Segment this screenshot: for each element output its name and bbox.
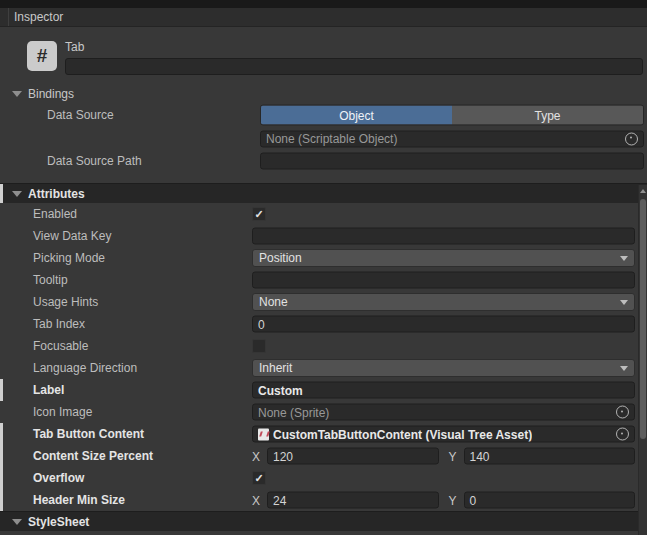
row-label: Label Custom — [0, 379, 647, 401]
row-tab-button-content: Tab Button Content CustomTabButtonConten… — [0, 423, 647, 445]
field-value: 140 — [470, 449, 490, 463]
dropdown-value: Position — [259, 251, 302, 265]
data-source-object-field[interactable]: None (Scriptable Object) — [260, 130, 644, 147]
data-source-object-value: None (Scriptable Object) — [266, 132, 397, 146]
x-axis-label: X — [252, 449, 260, 463]
attributes-section-header[interactable]: Attributes — [0, 183, 647, 203]
inspector-window: Inspector # Tab Bindings Data Source Obj… — [0, 0, 647, 535]
data-source-path-row: Data Source Path — [0, 150, 647, 172]
field-value: Custom — [258, 383, 303, 397]
data-source-row: Data Source Object Type — [0, 103, 647, 127]
object-value: None (Sprite) — [258, 405, 329, 419]
row-picking-mode: Picking Mode Position — [0, 247, 647, 269]
object-picker-icon[interactable] — [616, 406, 629, 419]
property-label: Usage Hints — [33, 295, 98, 309]
vertical-scrollbar[interactable] — [638, 185, 647, 535]
window-top-strip — [0, 0, 647, 8]
property-label: Icon Image — [33, 405, 92, 419]
scrollbar-thumb[interactable] — [640, 199, 646, 439]
attributes-section-label: Attributes — [28, 187, 85, 201]
property-label: Label — [33, 383, 64, 397]
object-value: CustomTabButtonContent (Visual Tree Asse… — [273, 427, 532, 441]
override-indicator — [0, 445, 3, 467]
field-value: 0 — [258, 317, 265, 331]
row-language-direction: Language Direction Inherit — [0, 357, 647, 379]
field-value: 120 — [273, 449, 293, 463]
property-label: Enabled — [33, 207, 77, 221]
field-value: 0 — [470, 493, 477, 507]
content-size-percent-x-input[interactable]: 120 — [267, 448, 438, 465]
object-picker-icon[interactable] — [616, 428, 629, 441]
chevron-down-icon — [620, 366, 628, 371]
scroll-up-arrow-icon[interactable] — [640, 189, 646, 193]
row-enabled: Enabled ✓ — [0, 203, 647, 225]
usage-hints-dropdown[interactable]: None — [252, 293, 635, 311]
foldout-arrow-icon — [12, 519, 22, 525]
element-name-input[interactable] — [65, 58, 643, 75]
row-tooltip: Tooltip — [0, 269, 647, 291]
override-indicator — [0, 379, 3, 401]
row-focusable: Focusable — [0, 335, 647, 357]
data-source-object-button[interactable]: Object — [261, 106, 452, 125]
header-min-size-y-input[interactable]: 0 — [464, 492, 635, 509]
property-label: Focusable — [33, 339, 88, 353]
foldout-arrow-icon — [12, 191, 22, 197]
property-label: Tab Button Content — [33, 427, 144, 441]
stylesheet-section-header[interactable]: StyleSheet — [0, 511, 647, 531]
language-direction-dropdown[interactable]: Inherit — [252, 359, 635, 377]
bindings-foldout-label: Bindings — [28, 87, 74, 101]
foldout-arrow-icon — [12, 91, 22, 97]
property-label: Language Direction — [33, 361, 137, 375]
label-input[interactable]: Custom — [252, 382, 635, 399]
hash-icon: # — [27, 41, 57, 71]
hash-glyph: # — [37, 45, 48, 67]
property-label: Tooltip — [33, 273, 68, 287]
property-label: Content Size Percent — [33, 449, 153, 463]
property-label: View Data Key — [33, 229, 112, 243]
row-overflow: Overflow ✓ — [0, 467, 647, 489]
check-icon: ✓ — [254, 473, 263, 484]
y-axis-label: Y — [449, 449, 457, 463]
tab-inspector[interactable]: Inspector — [9, 10, 63, 24]
focusable-checkbox[interactable] — [252, 339, 266, 353]
picking-mode-dropdown[interactable]: Position — [252, 249, 635, 267]
row-view-data-key: View Data Key — [0, 225, 647, 247]
override-indicator — [0, 489, 3, 511]
data-source-object-row: None (Scriptable Object) — [0, 127, 647, 150]
tab-index-input[interactable]: 0 — [252, 316, 635, 333]
object-picker-icon[interactable] — [625, 132, 638, 145]
row-tab-index: Tab Index 0 — [0, 313, 647, 335]
stylesheet-section-label: StyleSheet — [28, 515, 89, 529]
chevron-down-icon — [620, 300, 628, 305]
row-usage-hints: Usage Hints None — [0, 291, 647, 313]
view-data-key-input[interactable] — [252, 228, 635, 245]
tab-button-content-object-field[interactable]: CustomTabButtonContent (Visual Tree Asse… — [252, 426, 635, 443]
header-min-size-x-input[interactable]: 24 — [267, 492, 438, 509]
property-label: Overflow — [33, 471, 84, 485]
override-indicator — [0, 423, 3, 445]
row-content-size-percent: Content Size Percent X 120 Y 140 — [0, 445, 647, 467]
bindings-foldout[interactable]: Bindings — [0, 85, 647, 103]
icon-image-object-field[interactable]: None (Sprite) — [252, 404, 635, 421]
row-icon-image: Icon Image None (Sprite) — [0, 401, 647, 423]
data-source-type-button[interactable]: Type — [452, 106, 643, 125]
field-value: 24 — [273, 493, 286, 507]
overflow-checkbox[interactable]: ✓ — [252, 471, 266, 485]
section-gap — [0, 172, 647, 183]
visual-tree-asset-icon — [258, 428, 269, 440]
data-source-path-input[interactable] — [260, 153, 644, 170]
enabled-checkbox[interactable]: ✓ — [252, 207, 266, 221]
content-size-percent-y-input[interactable]: 140 — [464, 448, 635, 465]
y-axis-label: Y — [449, 493, 457, 507]
tooltip-input[interactable] — [252, 272, 635, 289]
chevron-down-icon — [620, 256, 628, 261]
check-icon: ✓ — [254, 209, 263, 220]
data-source-label: Data Source — [47, 108, 114, 122]
override-indicator — [0, 184, 3, 203]
override-indicator — [0, 467, 3, 489]
dropdown-value: Inherit — [259, 361, 292, 375]
tab-bar: Inspector — [0, 8, 647, 27]
data-source-mode-group: Object Type — [260, 105, 644, 126]
row-header-min-size: Header Min Size X 24 Y 0 — [0, 489, 647, 511]
property-label: Picking Mode — [33, 251, 105, 265]
